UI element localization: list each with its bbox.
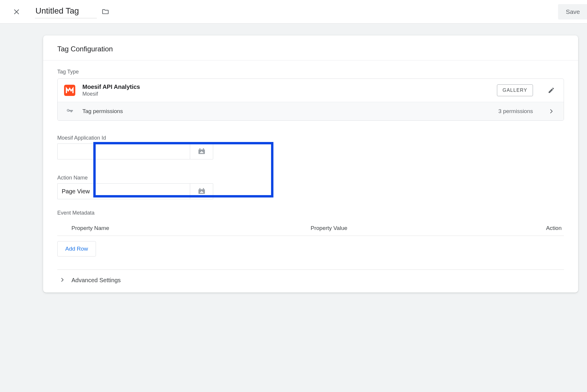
permissions-row[interactable]: Tag permissions 3 permissions [58, 102, 564, 120]
col-property-value: Property Value [311, 225, 529, 231]
svg-rect-10 [201, 191, 202, 192]
app-id-field: Moesif Application Id [43, 135, 578, 159]
metadata-table-header: Property Name Property Value Action [57, 221, 564, 236]
tag-type-box: Moesif API Analytics Moesif GALLERY Tag … [57, 79, 564, 121]
svg-rect-4 [203, 148, 204, 150]
permissions-count: 3 permissions [498, 108, 533, 115]
folder-icon[interactable] [101, 7, 110, 16]
event-metadata-label: Event Metadata [57, 210, 564, 216]
title-area [35, 5, 110, 18]
tag-title: Moesif API Analytics [82, 84, 140, 90]
col-property-name: Property Name [57, 225, 311, 231]
advanced-settings-label: Advanced Settings [71, 277, 121, 284]
variable-picker-icon[interactable] [190, 143, 213, 159]
tag-info: Moesif API Analytics Moesif [82, 84, 140, 97]
action-name-input[interactable] [57, 183, 190, 199]
save-button[interactable]: Save [558, 4, 587, 19]
event-metadata-section: Event Metadata Property Name Property Va… [43, 210, 578, 257]
chevron-right-icon [60, 277, 65, 284]
moesif-logo-icon [64, 85, 75, 96]
tag-type-label: Tag Type [57, 69, 564, 75]
action-name-label: Action Name [57, 175, 564, 181]
svg-rect-6 [200, 152, 203, 153]
action-name-field: Action Name [43, 175, 578, 199]
advanced-settings-row[interactable]: Advanced Settings [43, 270, 578, 284]
tag-name-input[interactable] [35, 5, 97, 18]
chevron-right-icon [545, 108, 557, 114]
svg-rect-5 [201, 151, 202, 152]
tag-vendor: Moesif [82, 91, 140, 97]
tag-type-section: Tag Type Moesif API Analytics Moesif GAL… [43, 61, 578, 121]
svg-rect-8 [199, 188, 200, 190]
svg-rect-9 [203, 188, 204, 190]
close-icon[interactable] [10, 5, 23, 18]
top-bar: Save [0, 0, 587, 24]
variable-picker-icon[interactable] [190, 183, 213, 199]
gallery-button[interactable]: GALLERY [497, 84, 533, 96]
app-id-label: Moesif Application Id [57, 135, 564, 141]
edit-icon[interactable] [545, 84, 557, 96]
svg-rect-11 [200, 192, 203, 193]
config-card: Tag Configuration Tag Type Moesif API An… [43, 35, 578, 293]
col-action: Action [529, 225, 564, 231]
page-body: Tag Configuration Tag Type Moesif API An… [0, 24, 587, 307]
card-title: Tag Configuration [43, 35, 578, 61]
permissions-label: Tag permissions [82, 108, 123, 115]
key-icon [64, 107, 75, 115]
svg-rect-3 [199, 148, 200, 150]
add-row-button[interactable]: Add Row [57, 241, 96, 257]
selected-tag-row: Moesif API Analytics Moesif GALLERY [58, 79, 564, 102]
app-id-input[interactable] [57, 143, 190, 159]
